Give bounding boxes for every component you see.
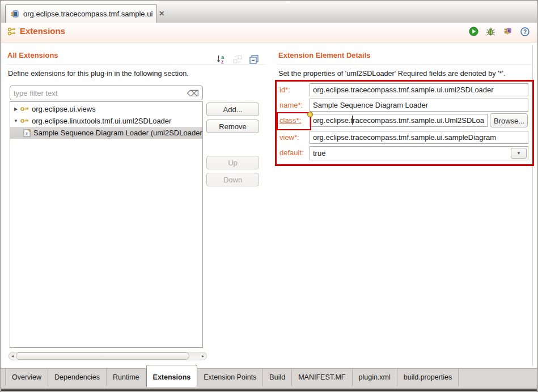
tree-item-label: Sample Sequence Diagram Loader (uml2SDLo… xyxy=(33,129,203,137)
combo-dropdown-icon[interactable]: ▼ xyxy=(511,148,527,159)
close-icon[interactable]: ✕ xyxy=(159,10,164,18)
collapse-all-icon[interactable] xyxy=(249,54,259,64)
tab-build-properties[interactable]: build.properties xyxy=(397,369,459,386)
name-label: name*: xyxy=(279,101,303,109)
toggle-expand-icon xyxy=(232,54,243,64)
left-description: Define extensions for this plug-in in th… xyxy=(8,70,189,78)
view-field[interactable] xyxy=(310,131,528,144)
browse-button[interactable]: Browse... xyxy=(490,113,528,127)
left-section-separator xyxy=(6,64,266,65)
right-description: Set the properties of 'uml2SDLoader' Req… xyxy=(278,70,505,78)
eclipse-plugin-editor-window: org.eclipse.tracecompass.tmf.sample.ui ✕… xyxy=(0,0,538,392)
all-extensions-title: All Extensions xyxy=(7,51,58,59)
run-icon[interactable] xyxy=(469,27,478,36)
view-label: view*: xyxy=(279,133,299,142)
scroll-right-icon[interactable]: ▸ xyxy=(200,353,206,359)
down-button: Down xyxy=(206,173,259,186)
up-button: Up xyxy=(206,156,259,169)
svg-text:z: z xyxy=(221,59,224,64)
tree-item-label: org.eclipse.linuxtools.tmf.ui.uml2SDLoad… xyxy=(32,117,171,125)
extensions-tree: ▶ org.eclipse.ui.views ▼ org.eclipse.lin… xyxy=(10,101,203,348)
plugin-icon xyxy=(11,10,19,18)
default-label: default: xyxy=(279,148,304,157)
tab-build[interactable]: Build xyxy=(263,369,292,386)
tab-plugin-xml[interactable]: plugin.xml xyxy=(353,369,397,386)
class-field[interactable] xyxy=(310,114,488,127)
id-label: id*: xyxy=(279,86,290,94)
tree-row-selected[interactable]: x Sample Sequence Diagram Loader (uml2SD… xyxy=(10,127,202,139)
tree-row[interactable]: ▶ org.eclipse.ui.views xyxy=(10,103,202,115)
right-section-separator xyxy=(277,64,532,65)
export-plugin-icon[interactable] xyxy=(503,27,512,36)
chevron-down-icon[interactable]: ▼ xyxy=(13,118,19,123)
tab-extensions[interactable]: Extensions xyxy=(146,365,198,387)
window-bottom-edge xyxy=(1,389,537,391)
name-field[interactable] xyxy=(310,99,528,112)
extension-point-icon xyxy=(20,118,29,124)
tab-manifest-mf[interactable]: MANIFEST.MF xyxy=(292,369,352,386)
page-tab-bar: Overview Dependencies Runtime Extensions… xyxy=(1,368,537,391)
editor-tab-title: org.eclipse.tracecompass.tmf.sample.ui xyxy=(23,10,152,18)
remove-button[interactable]: Remove xyxy=(206,120,259,133)
tab-overview[interactable]: Overview xyxy=(5,369,48,386)
filter-input[interactable] xyxy=(10,89,187,97)
header-toolbar: ? xyxy=(469,27,529,36)
extension-point-icon xyxy=(20,106,29,112)
extensions-section-toolbar: a z xyxy=(216,54,259,64)
editor-tab[interactable]: org.eclipse.tracecompass.tmf.sample.ui ✕ xyxy=(5,4,157,23)
help-icon[interactable]: ? xyxy=(520,27,529,36)
clear-filter-icon[interactable]: ⌫ xyxy=(187,89,202,97)
horizontal-scrollbar[interactable]: ◂ ··· ▸ xyxy=(9,352,207,360)
tab-dependencies[interactable]: Dependencies xyxy=(48,369,107,386)
sort-icon[interactable]: a z xyxy=(216,54,226,64)
default-combo-value: true xyxy=(313,149,325,157)
tab-extension-points[interactable]: Extension Points xyxy=(197,369,263,386)
form-header-band xyxy=(1,23,537,42)
extensions-icon xyxy=(7,27,17,36)
default-combo[interactable]: true ▼ xyxy=(310,146,528,160)
chevron-right-icon[interactable]: ▶ xyxy=(13,106,19,112)
text-caret xyxy=(352,116,353,125)
tree-item-label: org.eclipse.ui.views xyxy=(32,105,96,113)
header-separator xyxy=(1,42,537,42)
content-assist-bulb-icon xyxy=(307,112,313,117)
tab-runtime[interactable]: Runtime xyxy=(107,369,146,386)
filter-box: ⌫ xyxy=(10,86,203,100)
id-field[interactable] xyxy=(310,83,528,96)
tree-row[interactable]: ▼ org.eclipse.linuxtools.tmf.ui.uml2SDLo… xyxy=(10,115,202,127)
page-title: Extensions xyxy=(20,26,65,36)
element-x-icon: x xyxy=(23,129,31,137)
svg-text:x: x xyxy=(25,131,28,137)
add-button[interactable]: Add... xyxy=(206,103,259,116)
debug-icon[interactable] xyxy=(486,27,495,36)
scrollbar-thumb[interactable]: ··· xyxy=(16,352,189,360)
svg-text:?: ? xyxy=(523,28,526,35)
scroll-left-icon[interactable]: ◂ xyxy=(9,353,16,359)
editor-tab-bar: org.eclipse.tracecompass.tmf.sample.ui ✕ xyxy=(1,1,537,23)
element-details-title: Extension Element Details xyxy=(278,51,371,59)
editor-right-edge xyxy=(532,45,533,365)
class-label-link[interactable]: class*: xyxy=(279,116,301,125)
